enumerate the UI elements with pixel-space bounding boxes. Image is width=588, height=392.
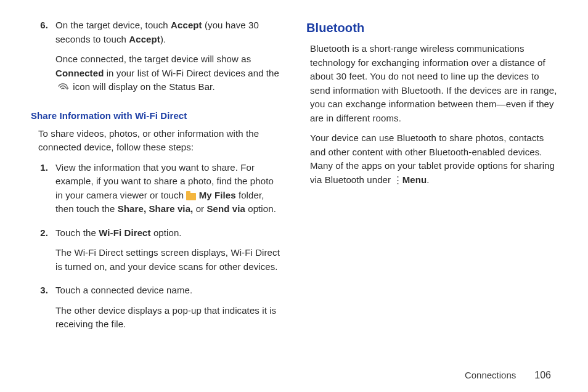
bold-my-files: My Files xyxy=(199,190,236,200)
text: . xyxy=(427,174,429,185)
step-3-line-2: The other device displays a pop-up that … xyxy=(55,304,282,332)
bold-send-via: Send via xyxy=(206,203,245,214)
text: or xyxy=(193,203,206,214)
step-3: 3. Touch a connected device name. The ot… xyxy=(31,284,282,338)
step-number: 6. xyxy=(31,18,55,100)
manual-page: 6. On the target device, touch Accept (y… xyxy=(0,0,588,392)
wifi-direct-icon xyxy=(57,81,69,95)
step-2-line-2: The Wi-Fi Direct settings screen display… xyxy=(55,246,282,274)
right-column: Bluetooth Bluetooth is a short-range wir… xyxy=(306,18,557,341)
step-body: Touch a connected device name. The other… xyxy=(55,284,282,338)
text: icon will display on the Status Bar. xyxy=(70,81,215,92)
bt-paragraph-2: Your device can use Bluetooth to share p… xyxy=(310,131,557,187)
bold-accept-2: Accept xyxy=(129,34,160,44)
page-footer: Connections 106 xyxy=(465,370,551,381)
left-column: 6. On the target device, touch Accept (y… xyxy=(31,18,282,341)
step-body: Touch the Wi-Fi Direct option. The Wi-Fi… xyxy=(55,226,282,280)
share-intro: To share videos, photos, or other inform… xyxy=(38,127,282,155)
bold-accept-1: Accept xyxy=(171,20,202,30)
step-number: 3. xyxy=(31,284,55,338)
bold-connected: Connected xyxy=(55,68,104,78)
bt-paragraph-1: Bluetooth is a short-range wireless comm… xyxy=(310,42,557,125)
step-body: On the target device, touch Accept (you … xyxy=(55,18,282,100)
folder-icon xyxy=(186,193,196,200)
footer-page-number: 106 xyxy=(534,370,551,381)
step-3-line-1: Touch a connected device name. xyxy=(55,284,282,298)
text: option. xyxy=(245,203,276,214)
step-6: 6. On the target device, touch Accept (y… xyxy=(31,18,282,100)
step-1: 1. View the information that you want to… xyxy=(31,161,282,223)
step-body: View the information that you want to sh… xyxy=(55,161,282,223)
bold-share-via: Share, Share via, xyxy=(118,203,194,214)
footer-section: Connections xyxy=(465,370,516,380)
text: On the target device, touch xyxy=(55,20,171,30)
menu-icon xyxy=(393,177,399,186)
columns: 6. On the target device, touch Accept (y… xyxy=(31,18,557,341)
heading-share-info: Share Information with Wi-Fi Direct xyxy=(31,109,282,123)
step-2-line-1: Touch the Wi-Fi Direct option. xyxy=(55,226,282,240)
bold-menu: Menu xyxy=(402,174,427,185)
text: Touch the xyxy=(55,227,99,238)
text: ). xyxy=(160,34,166,44)
text: Once connected, the target device will s… xyxy=(55,54,251,64)
step-number: 2. xyxy=(31,226,55,280)
text: in your list of Wi-Fi Direct devices and… xyxy=(104,68,279,78)
step-1-text: View the information that you want to sh… xyxy=(55,161,282,216)
step-6-line-1: On the target device, touch Accept (you … xyxy=(55,18,282,46)
text: Your device can use Bluetooth to share p… xyxy=(310,133,555,185)
step-6-line-2: Once connected, the target device will s… xyxy=(55,52,282,94)
bold-wifi-direct: Wi-Fi Direct xyxy=(99,227,150,238)
step-number: 1. xyxy=(31,161,55,223)
step-2: 2. Touch the Wi-Fi Direct option. The Wi… xyxy=(31,226,282,280)
text: option. xyxy=(151,227,182,238)
heading-bluetooth: Bluetooth xyxy=(306,18,557,37)
